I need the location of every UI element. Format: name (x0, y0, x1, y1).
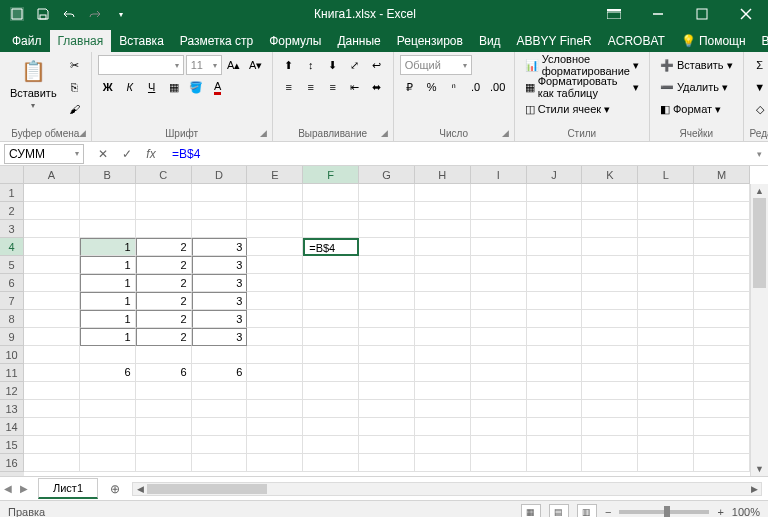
copy-icon[interactable]: ⎘ (65, 77, 85, 97)
cell[interactable] (471, 238, 527, 256)
cell[interactable]: 2 (136, 328, 192, 346)
cell[interactable] (694, 184, 750, 202)
cell[interactable] (415, 436, 471, 454)
cell[interactable] (471, 220, 527, 238)
cell[interactable] (359, 256, 415, 274)
tab-view[interactable]: Вид (471, 30, 509, 52)
currency-icon[interactable]: ₽ (400, 77, 420, 97)
cell[interactable] (24, 202, 80, 220)
sheet-tab[interactable]: Лист1 (38, 478, 98, 499)
column-headers[interactable]: ABCDEFGHIJKLM (24, 166, 750, 184)
cell[interactable] (24, 436, 80, 454)
fill-color-icon[interactable]: 🪣 (186, 77, 206, 97)
cell[interactable] (303, 310, 359, 328)
cell[interactable] (359, 400, 415, 418)
minimize-icon[interactable] (636, 0, 680, 28)
delete-cells[interactable]: ➖Удалить ▾ (656, 77, 737, 97)
cell[interactable] (582, 202, 638, 220)
row-header[interactable]: 7 (0, 292, 24, 310)
increase-font-icon[interactable]: A▴ (224, 55, 244, 75)
col-header-L[interactable]: L (638, 166, 694, 184)
col-header-D[interactable]: D (192, 166, 248, 184)
add-sheet-icon[interactable]: ⊕ (104, 479, 126, 499)
cell[interactable] (694, 382, 750, 400)
excel-app-icon[interactable] (6, 3, 28, 25)
cell[interactable]: 6 (192, 364, 248, 382)
row-header[interactable]: 6 (0, 274, 24, 292)
tab-review[interactable]: Рецензиров (389, 30, 471, 52)
expand-formula-bar-icon[interactable]: ▾ (750, 149, 768, 159)
cell[interactable]: =B$4 (303, 238, 359, 256)
col-header-M[interactable]: M (694, 166, 750, 184)
cell[interactable] (471, 310, 527, 328)
cell[interactable] (582, 328, 638, 346)
cell[interactable] (80, 382, 136, 400)
cell[interactable] (359, 310, 415, 328)
font-size-select[interactable]: 11▾ (186, 55, 222, 75)
cell[interactable] (638, 436, 694, 454)
row-header[interactable]: 14 (0, 418, 24, 436)
cell[interactable] (638, 418, 694, 436)
formula-input[interactable]: =B$4 (168, 144, 750, 164)
cell[interactable] (192, 382, 248, 400)
cell[interactable] (694, 364, 750, 382)
cell[interactable]: 6 (80, 364, 136, 382)
cell[interactable]: 2 (136, 292, 192, 310)
redo-icon[interactable] (84, 3, 106, 25)
cell[interactable] (136, 220, 192, 238)
col-header-K[interactable]: K (582, 166, 638, 184)
cell[interactable] (303, 328, 359, 346)
cell[interactable] (694, 454, 750, 472)
cell[interactable] (527, 418, 583, 436)
cell[interactable] (24, 310, 80, 328)
qat-dropdown-icon[interactable]: ▾ (110, 3, 132, 25)
col-header-E[interactable]: E (247, 166, 303, 184)
cell[interactable] (80, 400, 136, 418)
cell[interactable] (582, 256, 638, 274)
cell[interactable] (415, 256, 471, 274)
cell[interactable] (582, 310, 638, 328)
cell[interactable] (136, 400, 192, 418)
row-header[interactable]: 3 (0, 220, 24, 238)
cell[interactable] (359, 382, 415, 400)
cell[interactable] (694, 220, 750, 238)
cell[interactable] (80, 202, 136, 220)
cell[interactable] (136, 346, 192, 364)
align-left-icon[interactable]: ≡ (279, 77, 299, 97)
row-headers[interactable]: 12345678910111213141516 (0, 184, 24, 476)
cell[interactable] (471, 202, 527, 220)
cell[interactable] (359, 238, 415, 256)
cell[interactable] (136, 202, 192, 220)
zoom-level[interactable]: 100% (732, 506, 760, 518)
cell[interactable] (694, 202, 750, 220)
cell[interactable] (303, 364, 359, 382)
cell[interactable] (247, 184, 303, 202)
cell[interactable] (527, 292, 583, 310)
cell[interactable] (471, 382, 527, 400)
close-icon[interactable] (724, 0, 768, 28)
cell[interactable]: 3 (192, 238, 248, 256)
cell[interactable] (638, 310, 694, 328)
font-name-select[interactable]: ▾ (98, 55, 184, 75)
worksheet-grid[interactable]: ABCDEFGHIJKLM 12345678910111213141516 12… (0, 166, 768, 476)
cell[interactable] (192, 220, 248, 238)
cell[interactable] (638, 400, 694, 418)
cell[interactable] (247, 220, 303, 238)
tab-abbyy[interactable]: ABBYY FineR (509, 30, 600, 52)
cell[interactable] (415, 382, 471, 400)
select-all-corner[interactable] (0, 166, 24, 184)
cell[interactable] (527, 346, 583, 364)
row-header[interactable]: 12 (0, 382, 24, 400)
cell[interactable] (247, 364, 303, 382)
cell[interactable] (303, 400, 359, 418)
fill-icon[interactable]: ▼ (750, 77, 768, 97)
cell[interactable] (303, 202, 359, 220)
cell[interactable] (527, 436, 583, 454)
align-center-icon[interactable]: ≡ (301, 77, 321, 97)
cell[interactable] (303, 436, 359, 454)
cell[interactable] (24, 220, 80, 238)
cell[interactable]: 2 (136, 310, 192, 328)
col-header-C[interactable]: C (136, 166, 192, 184)
scroll-left-icon[interactable]: ◀ (133, 483, 147, 495)
tab-acrobat[interactable]: ACROBAT (600, 30, 673, 52)
